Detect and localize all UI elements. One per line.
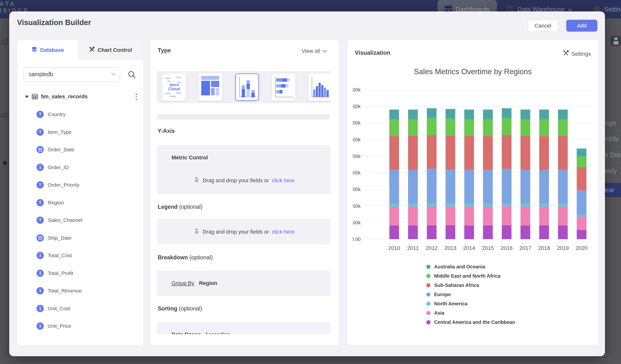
table-name[interactable]: 5m_sales_records <box>41 92 87 102</box>
view-all-dropdown[interactable]: View all <box>302 48 327 54</box>
legend-dropzone[interactable]: Drag and drop your fields or click here <box>157 219 330 244</box>
add-button[interactable]: Add <box>566 20 597 32</box>
bar-segment <box>502 169 512 203</box>
bar-segment <box>502 206 512 225</box>
chevron-down-icon <box>322 48 327 54</box>
bar-segment <box>539 119 549 136</box>
chart-type-word-cloud[interactable]: WordCloud <box>162 73 186 101</box>
chart-builder-panel: Type View all WordCloud <box>150 40 339 345</box>
bar-segment <box>408 225 418 239</box>
chart-type-treemap[interactable] <box>199 73 223 101</box>
y-axis-section-title: Y-Axis <box>158 128 175 134</box>
carousel-scrollbar[interactable] <box>157 114 330 120</box>
legend-label: Australia and Oceania <box>434 264 485 270</box>
x-tick-label: 2020 <box>576 245 588 251</box>
bar-segment <box>558 225 568 239</box>
chart-type-stacked-column[interactable] <box>235 73 259 101</box>
legend-label: North America <box>434 301 467 307</box>
cancel-button[interactable]: Cancel <box>528 20 558 32</box>
bar-segment <box>446 203 455 206</box>
bar-segment <box>446 206 455 225</box>
field-type-text-icon: T <box>36 199 44 206</box>
legend-swatch <box>426 265 431 269</box>
y-axis-dropzone[interactable]: Metric Control Drag and drop your fields… <box>157 145 330 194</box>
group-by-link[interactable]: Group By <box>172 280 194 286</box>
group-by-value: Region <box>199 280 217 286</box>
backdrop-menu-item: ekly <box>605 163 621 179</box>
chart-type-stacked-bar[interactable] <box>272 73 295 101</box>
bar-segment <box>408 206 418 225</box>
visualization-panel: Visualization Settings Sales Metrics Ove… <box>347 40 598 345</box>
database-panel: Database Chart Control <box>17 40 143 345</box>
field-name: Country <box>48 111 66 118</box>
bar-segment <box>464 136 474 170</box>
bar-segment <box>502 225 512 239</box>
legend-item[interactable]: Europe <box>426 290 515 299</box>
x-tick-label: 2014 <box>463 245 475 251</box>
sorting-section-title: Sorting (optional) <box>158 305 202 312</box>
bar-segment <box>577 230 586 239</box>
bar-segment <box>408 136 418 170</box>
field-name: Ship_Date <box>48 234 71 242</box>
bar-segment <box>483 225 493 239</box>
click-here-link[interactable]: click here <box>272 229 294 235</box>
bar-segment <box>558 206 568 225</box>
sorting-dropzone[interactable]: Data Range Ascending <box>157 322 330 334</box>
field-type-number-icon: 1 <box>36 305 44 312</box>
legend-item[interactable]: Sub-Saharan Africa <box>426 280 515 290</box>
field-row-unit_cost[interactable]: 1Unit_Cost <box>17 305 143 312</box>
field-name: Item_Type <box>48 128 71 136</box>
field-row-order_date[interactable]: Order_Date <box>17 146 143 153</box>
table-tree-row: 5m_sales_records <box>17 92 143 102</box>
field-type-text-icon: T <box>36 111 44 118</box>
legend-item[interactable]: Australia and Oceania <box>426 262 515 271</box>
x-tick-label: 2015 <box>482 245 494 251</box>
field-name: Order_ID <box>48 164 69 171</box>
sorting-row-value: Ascending <box>205 331 230 334</box>
field-name: Total_Profit <box>48 270 73 277</box>
collapse-toggle-icon[interactable] <box>25 96 29 98</box>
legend-item[interactable]: North America <box>426 299 515 308</box>
backdrop-bullet <box>3 161 7 165</box>
field-row-sales_channel[interactable]: TSales_Channel <box>17 217 143 224</box>
legend-item[interactable]: Central America and the Caribbean <box>426 317 515 327</box>
field-row-total_revenue[interactable]: 1Total_Revenue <box>17 287 143 295</box>
tools-icon <box>89 47 95 54</box>
field-row-total_profit[interactable]: 1Total_Profit <box>17 270 143 277</box>
database-select[interactable]: sampledb <box>23 67 120 82</box>
table-menu-icon[interactable] <box>134 94 139 100</box>
field-row-unit_price[interactable]: 1Unit_Price <box>17 322 143 330</box>
bar-segment <box>577 190 586 215</box>
chart-type-column[interactable] <box>308 73 331 101</box>
tools-icon <box>563 50 569 58</box>
visualization-builder-modal: Visualization Builder Cancel Add <box>9 11 605 356</box>
field-row-item_type[interactable]: TItem_Type <box>17 128 143 136</box>
tab-chart-control[interactable]: Chart Control <box>78 40 143 60</box>
tab-database[interactable]: Database <box>17 40 78 60</box>
search-icon[interactable] <box>127 70 136 80</box>
legend-item[interactable]: Asia <box>426 308 515 317</box>
breakdown-section-title: Breakdown (optional) <box>158 254 213 261</box>
bar-segment <box>446 109 455 119</box>
legend-item[interactable]: Middle East and North Africa <box>426 271 515 280</box>
bar-segment <box>389 170 399 203</box>
bar-segment <box>520 119 530 136</box>
field-row-country[interactable]: TCountry <box>17 111 143 118</box>
chart-settings-button[interactable]: Settings <box>563 50 591 58</box>
breakdown-dropzone[interactable]: Group By Region <box>157 271 330 296</box>
backdrop-menu-item: nthly <box>605 131 621 147</box>
legend-label: Asia <box>434 310 444 316</box>
x-tick-label: 2011 <box>407 245 418 251</box>
field-row-order_priority[interactable]: TOrder_Priority <box>17 181 143 189</box>
bar-segment <box>520 170 530 203</box>
field-name: Order_Priority <box>48 181 80 189</box>
field-row-region[interactable]: TRegion <box>17 199 143 206</box>
field-row-total_cost[interactable]: 1Total_Cost <box>17 252 143 259</box>
bar-segment <box>539 206 549 225</box>
legend-label: Europe <box>434 292 451 297</box>
field-row-order_id[interactable]: 1Order_ID <box>17 164 143 171</box>
field-row-ship_date[interactable]: Ship_Date <box>17 234 143 242</box>
bar-segment <box>464 119 474 136</box>
bar-segment <box>389 109 399 119</box>
click-here-link[interactable]: click here <box>272 177 294 184</box>
